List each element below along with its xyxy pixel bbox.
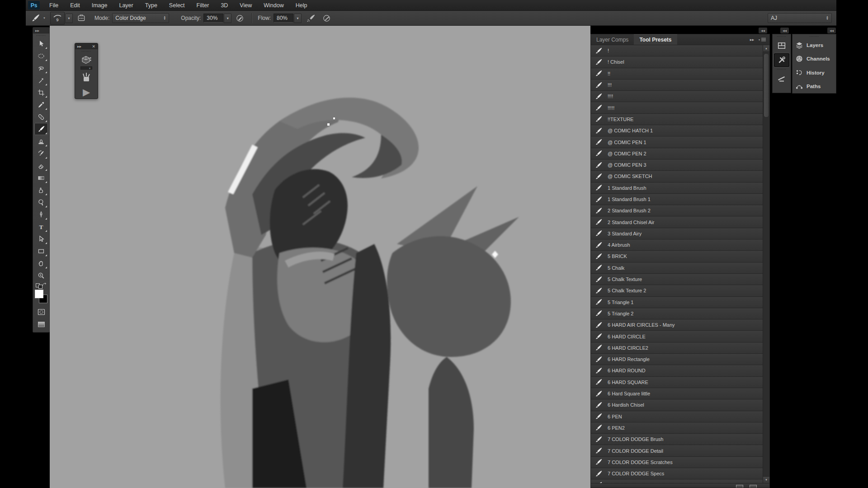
mini-panel-dropdown[interactable]: ▼ (80, 66, 92, 70)
drawer-item-layers[interactable]: Layers (793, 38, 836, 52)
brush-size-dropdown[interactable]: ▼ (65, 14, 73, 23)
toolbar-collapse-button[interactable]: ▶▶ (33, 28, 49, 33)
new-preset-button[interactable] (736, 485, 743, 488)
menu-item[interactable]: 3D (215, 0, 234, 11)
preset-row[interactable]: 7 COLOR DODGE Detail (591, 445, 763, 456)
brush-tool-icon[interactable] (31, 14, 40, 23)
scroll-up-button[interactable]: ▲ (763, 45, 769, 52)
preset-row[interactable]: 6 PEN (591, 411, 763, 422)
preset-row[interactable]: 6 HARD CIRCLE (591, 331, 763, 342)
preset-row[interactable]: @ COMIC PEN 2 (591, 148, 763, 160)
swap-colors-icon[interactable] (35, 282, 47, 288)
preset-row[interactable]: @ COMIC HATCH 1 (591, 125, 763, 136)
lasso-tool[interactable] (34, 62, 48, 74)
menu-item[interactable]: Select (163, 0, 191, 11)
preset-row[interactable]: !! (591, 68, 763, 80)
mini-panel-grip[interactable] (81, 51, 91, 52)
workspace-switcher[interactable]: AJ ▲▼ (768, 13, 832, 23)
preset-row[interactable]: ! (591, 45, 763, 56)
close-icon[interactable]: ✕ (92, 44, 95, 49)
brush-panel-icon[interactable] (774, 72, 789, 85)
foreground-color-swatch[interactable] (35, 290, 43, 298)
preset-row[interactable]: 6 Hard Square little (591, 388, 763, 399)
preset-row[interactable]: 7 COLOR DODGE Scratches (591, 457, 763, 468)
preset-row[interactable]: 4 Airbrush (591, 239, 763, 251)
panel-expand-icon[interactable]: ▶▶ (750, 38, 754, 41)
eraser-tool[interactable] (34, 160, 48, 172)
tab-tool-presets[interactable]: Tool Presets (634, 34, 677, 45)
preset-row[interactable]: 6 HARD SQUARE (591, 377, 763, 388)
strip-column-collapse-button[interactable]: ◀◀ (780, 28, 789, 33)
smudge-tool[interactable] (34, 184, 48, 196)
menu-item[interactable]: Filter (191, 0, 215, 11)
dodge-tool[interactable] (34, 196, 48, 208)
panel-menu-icon[interactable]: ▼ (758, 38, 766, 41)
flow-dropdown[interactable]: ▼ (294, 14, 302, 23)
preset-row[interactable]: 2 Standard Brush 2 (591, 205, 763, 216)
pressure-opacity-icon[interactable] (236, 14, 244, 23)
collapse-icon[interactable]: ▶▶ (77, 45, 81, 48)
eyedropper-tool[interactable] (34, 99, 48, 111)
preset-row[interactable]: 6 HARD ROUND (591, 365, 763, 376)
preset-row[interactable]: 6 HARD AIR CIRCLES - Many (591, 319, 763, 331)
preset-row[interactable]: !!! (591, 80, 763, 91)
menu-item[interactable]: File (43, 0, 64, 11)
scroll-down-button[interactable]: ▼ (763, 476, 769, 483)
layer-comps-panel-icon[interactable] (774, 39, 789, 52)
presets-column-collapse-button[interactable]: ◀◀ (759, 28, 767, 33)
menu-item[interactable]: Edit (64, 0, 86, 11)
gradient-tool[interactable] (34, 172, 48, 184)
preset-row[interactable]: 2 Standard Chisel Air (591, 216, 763, 228)
preset-row[interactable]: !!!! (591, 91, 763, 102)
path-select-tool[interactable] (34, 233, 48, 245)
preset-row[interactable]: @ COMIC PEN 3 (591, 160, 763, 171)
magic-wand-tool[interactable] (34, 74, 48, 86)
screen-mode-button[interactable] (34, 318, 48, 330)
preset-row[interactable]: 5 Chalk (591, 263, 763, 274)
healing-brush-tool[interactable] (34, 111, 48, 123)
canvas-area[interactable] (50, 26, 590, 488)
zoom-tool[interactable] (34, 269, 48, 282)
type-tool[interactable]: T (34, 221, 48, 233)
mini-panel-titlebar[interactable]: ▶▶ ✕ (75, 43, 98, 49)
preset-row[interactable]: 1 Standard Brush 1 (591, 194, 763, 205)
preset-row[interactable]: 6 HARD Rectangle (591, 354, 763, 365)
menu-item[interactable]: Layer (113, 0, 139, 11)
drawer-item-channels[interactable]: Channels (793, 52, 836, 66)
cube-3d-icon[interactable] (81, 56, 91, 66)
menu-item[interactable]: Image (86, 0, 113, 11)
drawer-column-collapse-button[interactable]: ◀◀ (827, 28, 836, 33)
delete-preset-button[interactable] (750, 485, 757, 488)
preset-row[interactable]: 6 Hardish Chisel (591, 399, 763, 411)
preset-row[interactable]: !!!!! (591, 102, 763, 113)
preset-row[interactable]: 5 Triangle 1 (591, 297, 763, 308)
history-brush-tool[interactable] (34, 147, 48, 160)
pen-tool[interactable] (34, 208, 48, 221)
menu-item[interactable]: View (234, 0, 258, 11)
preset-row[interactable]: @ COMIC SKETCH (591, 171, 763, 182)
preset-row[interactable]: 5 BRICK (591, 251, 763, 262)
toolbar-grip[interactable] (36, 35, 46, 37)
foreground-background-swatches[interactable] (34, 290, 48, 303)
opacity-dropdown[interactable]: ▼ (224, 14, 231, 23)
mode-select[interactable]: Color Dodge ▲▼ (112, 13, 169, 23)
play-icon[interactable]: ▶ (83, 87, 90, 97)
preset-row[interactable]: 3 Standard Airy (591, 228, 763, 239)
airbrush-icon[interactable] (307, 14, 316, 23)
tool-presets-panel-icon[interactable] (774, 53, 789, 67)
scrollbar-thumb[interactable] (764, 53, 769, 117)
toggle-brush-panel-icon[interactable] (77, 14, 85, 22)
hand-tool[interactable] (34, 257, 48, 269)
tab-layer-comps[interactable]: Layer Comps (591, 34, 634, 45)
preset-row[interactable]: 7 COLOR DODGE Brush (591, 434, 763, 445)
shape-tool[interactable] (34, 245, 48, 257)
preset-row[interactable]: ! Chisel (591, 56, 763, 68)
preset-row-partial[interactable] (591, 479, 763, 483)
preset-scrollbar[interactable]: ▲ ▼ (763, 45, 769, 483)
brush-preset-picker[interactable]: 9 (50, 12, 65, 25)
tool-preset-caret-icon[interactable]: ▼ (43, 17, 46, 19)
drawer-item-paths[interactable]: Paths (793, 80, 836, 93)
crop-tool[interactable] (34, 86, 48, 99)
drawer-item-history[interactable]: History (793, 66, 836, 80)
preset-row[interactable]: 7 COLOR DODGE Specs (591, 468, 763, 479)
